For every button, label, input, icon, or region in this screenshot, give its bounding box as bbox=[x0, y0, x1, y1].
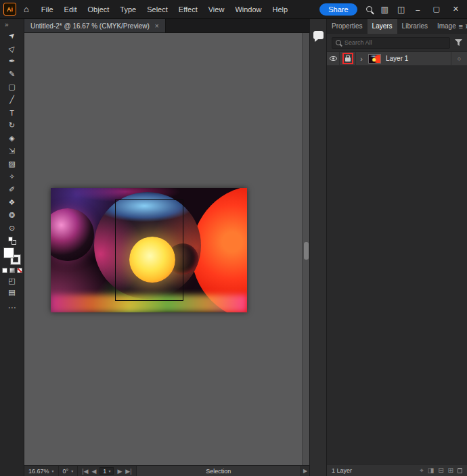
comments-strip bbox=[309, 19, 327, 476]
line-segment-tool[interactable]: ╱ bbox=[3, 93, 21, 106]
layer-name[interactable]: Layer 1 bbox=[386, 55, 451, 62]
status-text: Selection bbox=[206, 468, 231, 475]
eyedropper-tool[interactable]: ✧ bbox=[3, 170, 21, 183]
expand-chevron-icon[interactable]: › bbox=[356, 55, 367, 63]
canvas-vertical-scrollbar[interactable] bbox=[302, 33, 309, 465]
share-button[interactable]: Share bbox=[319, 3, 357, 16]
layer-thumbnail[interactable] bbox=[368, 54, 381, 64]
illustrator-logo-icon: Ai bbox=[3, 3, 16, 16]
titlebar-right-controls: Share ▥ ◫ – ▢ ✕ bbox=[319, 3, 467, 16]
default-fill-icon bbox=[8, 237, 13, 241]
create-sublayer-icon[interactable]: ⊟ bbox=[438, 467, 443, 474]
minimize-button[interactable]: – bbox=[414, 5, 422, 14]
search-icon[interactable] bbox=[366, 6, 372, 12]
next-artboard-icon[interactable]: ▶ bbox=[117, 468, 122, 475]
lock-cell[interactable] bbox=[340, 52, 356, 65]
artwork-image[interactable] bbox=[51, 188, 247, 312]
menu-help[interactable]: Help bbox=[267, 0, 294, 19]
menu-select[interactable]: Select bbox=[141, 0, 173, 19]
paintbrush-tool[interactable]: ✐ bbox=[3, 183, 21, 196]
default-fill-stroke-icon[interactable] bbox=[8, 237, 16, 245]
scroll-right-icon[interactable]: ▶ bbox=[301, 466, 309, 476]
document-tabbar: Untitled-2* @ 16.67 % (CMYK/Preview) × bbox=[24, 19, 309, 33]
filter-icon[interactable] bbox=[455, 39, 462, 46]
scale-tool[interactable]: ⇲ bbox=[3, 145, 21, 158]
previous-artboard-icon[interactable]: ◀ bbox=[91, 468, 96, 475]
selection-marquee bbox=[115, 199, 183, 301]
color-mode-row bbox=[2, 268, 22, 273]
fill-stroke-widget bbox=[4, 248, 20, 264]
delete-layer-icon[interactable] bbox=[458, 468, 462, 473]
tab-libraries[interactable]: Libraries bbox=[397, 19, 432, 34]
tools-panel: » ➤ ▷ ✒ ✎ ▢ ╱ T ↻ ◈ ⇲ ▨ ✧ ✐ ❖ ❂ ⊙ ◰ ▤ ⋯ bbox=[0, 19, 24, 476]
scrollbar-thumb[interactable] bbox=[304, 242, 309, 260]
eraser-tool[interactable]: ◈ bbox=[3, 132, 21, 145]
menu-view[interactable]: View bbox=[203, 0, 230, 19]
edit-toolbar-button[interactable]: ⋯ bbox=[8, 303, 16, 312]
arrange-documents-icon[interactable]: ◫ bbox=[397, 5, 405, 14]
layers-search-row bbox=[327, 34, 467, 52]
layers-search-field[interactable] bbox=[332, 37, 450, 49]
chevron-down-icon: ▾ bbox=[52, 469, 54, 473]
menu-window[interactable]: Window bbox=[229, 0, 267, 19]
panel-tabbar: Properties Layers Libraries Image Tra ≡ bbox=[327, 19, 467, 34]
type-tool[interactable]: T bbox=[3, 106, 21, 119]
target-circle-icon[interactable]: ○ bbox=[451, 52, 467, 65]
workspace-switcher-icon[interactable]: ▥ bbox=[381, 5, 388, 14]
create-new-layer-icon[interactable]: ⊞ bbox=[448, 467, 453, 474]
menu-edit[interactable]: Edit bbox=[59, 0, 83, 19]
rectangle-tool[interactable]: ▢ bbox=[3, 80, 21, 93]
home-icon[interactable]: ⌂ bbox=[24, 0, 29, 19]
search-input[interactable] bbox=[344, 39, 446, 46]
canvas[interactable] bbox=[24, 33, 309, 465]
draw-mode-button[interactable]: ◰ bbox=[8, 277, 15, 285]
toolbar-expand-icon[interactable]: » bbox=[0, 19, 9, 29]
panel-menu-icon[interactable]: ≡ bbox=[456, 19, 466, 34]
visibility-cell[interactable] bbox=[327, 52, 340, 65]
search-icon bbox=[336, 40, 341, 45]
menu-type[interactable]: Type bbox=[114, 0, 141, 19]
gradient-button[interactable] bbox=[9, 268, 15, 273]
artboard-navigation: |◀ ◀ 1 ▾ ▶ ▶| bbox=[78, 466, 136, 476]
fill-swatch[interactable] bbox=[4, 248, 14, 258]
footer-icons: ⌖ ◨ ⊟ ⊞ bbox=[420, 467, 462, 475]
tab-layers[interactable]: Layers bbox=[368, 19, 397, 34]
artboard-number-dropdown[interactable]: 1 ▾ bbox=[99, 467, 114, 475]
menu-effect[interactable]: Effect bbox=[173, 0, 203, 19]
last-artboard-icon[interactable]: ▶| bbox=[125, 468, 131, 475]
rotation-value: 0° bbox=[63, 468, 69, 475]
status-readout[interactable]: Selection bbox=[137, 466, 301, 476]
first-artboard-icon[interactable]: |◀ bbox=[82, 468, 88, 475]
menu-object[interactable]: Object bbox=[83, 0, 115, 19]
make-clipping-mask-icon[interactable]: ◨ bbox=[428, 467, 434, 474]
symbol-sprayer-tool[interactable]: ❂ bbox=[3, 209, 21, 222]
close-button[interactable]: ✕ bbox=[451, 5, 461, 14]
maximize-button[interactable]: ▢ bbox=[430, 5, 441, 14]
rotation-dropdown[interactable]: 0° ▾ bbox=[59, 466, 79, 476]
menu-file[interactable]: File bbox=[36, 0, 59, 19]
zoom-tool[interactable]: ⊙ bbox=[3, 222, 21, 235]
document-area: Untitled-2* @ 16.67 % (CMYK/Preview) × 1… bbox=[24, 19, 309, 476]
gradient-tool[interactable]: ▨ bbox=[3, 158, 21, 170]
tab-close-icon[interactable]: × bbox=[155, 22, 159, 30]
rotate-tool[interactable]: ↻ bbox=[3, 119, 21, 132]
locate-object-icon[interactable]: ⌖ bbox=[420, 467, 424, 475]
screen-mode-button[interactable]: ▤ bbox=[8, 288, 15, 297]
panel-dock: Properties Layers Libraries Image Tra ≡ … bbox=[327, 19, 467, 476]
artboard-number: 1 bbox=[103, 468, 106, 475]
layer-row[interactable]: › Layer 1 ○ bbox=[327, 52, 467, 66]
none-button[interactable] bbox=[17, 268, 22, 273]
document-statusbar: 16.67% ▾ 0° ▾ |◀ ◀ 1 ▾ ▶ ▶| Selection ▶ bbox=[24, 465, 309, 476]
curvature-tool[interactable]: ✎ bbox=[3, 68, 21, 80]
tab-properties[interactable]: Properties bbox=[327, 19, 368, 34]
document-tab[interactable]: Untitled-2* @ 16.67 % (CMYK/Preview) × bbox=[24, 19, 166, 32]
chevron-down-icon: ▾ bbox=[71, 469, 73, 473]
comments-icon[interactable] bbox=[313, 31, 324, 39]
zoom-level-dropdown[interactable]: 16.67% ▾ bbox=[24, 466, 59, 476]
layer-count: 1 Layer bbox=[332, 467, 352, 474]
eye-icon[interactable] bbox=[330, 56, 337, 61]
blend-tool[interactable]: ❖ bbox=[3, 196, 21, 209]
menu-bar: File Edit Object Type Select Effect View… bbox=[36, 0, 293, 19]
lock-icon[interactable] bbox=[345, 57, 351, 62]
color-button[interactable] bbox=[2, 268, 7, 273]
